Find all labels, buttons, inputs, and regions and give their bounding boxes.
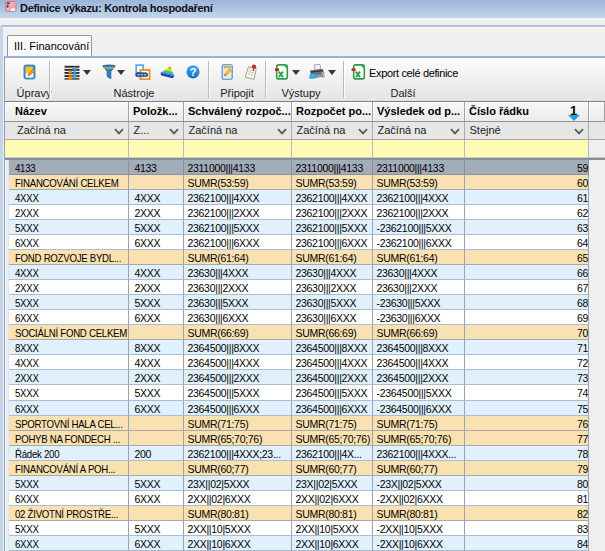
- svg-text:?: ?: [189, 66, 196, 78]
